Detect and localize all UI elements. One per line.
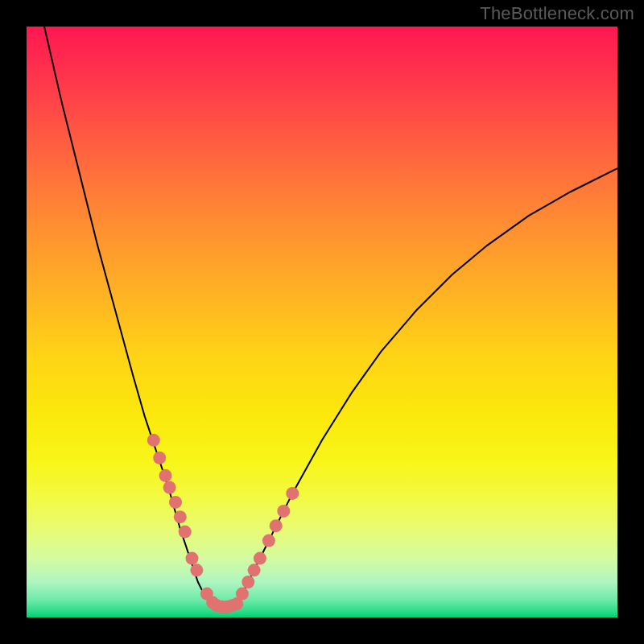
data-dot: [236, 588, 249, 601]
plot-area: [27, 27, 617, 617]
data-dot: [186, 552, 199, 565]
data-dot: [286, 487, 299, 500]
data-dot: [242, 576, 254, 588]
data-dot: [159, 469, 172, 482]
curve-svg: [27, 27, 617, 617]
data-dot: [254, 552, 266, 565]
data-dot: [190, 564, 203, 576]
data-dot: [262, 535, 275, 547]
right-curve: [233, 168, 617, 605]
data-dot: [174, 510, 187, 523]
data-dot: [277, 505, 290, 518]
data-dot: [169, 496, 182, 509]
data-dot: [179, 526, 192, 539]
chart-frame: TheBottleneck.com: [0, 0, 644, 644]
data-dot: [270, 519, 283, 532]
watermark-text: TheBottleneck.com: [480, 3, 634, 24]
data-dot: [153, 452, 166, 464]
data-dot: [147, 434, 160, 447]
left-curve: [44, 27, 216, 605]
data-dot: [248, 564, 261, 576]
data-dots: [147, 434, 299, 613]
data-dot: [163, 481, 176, 494]
